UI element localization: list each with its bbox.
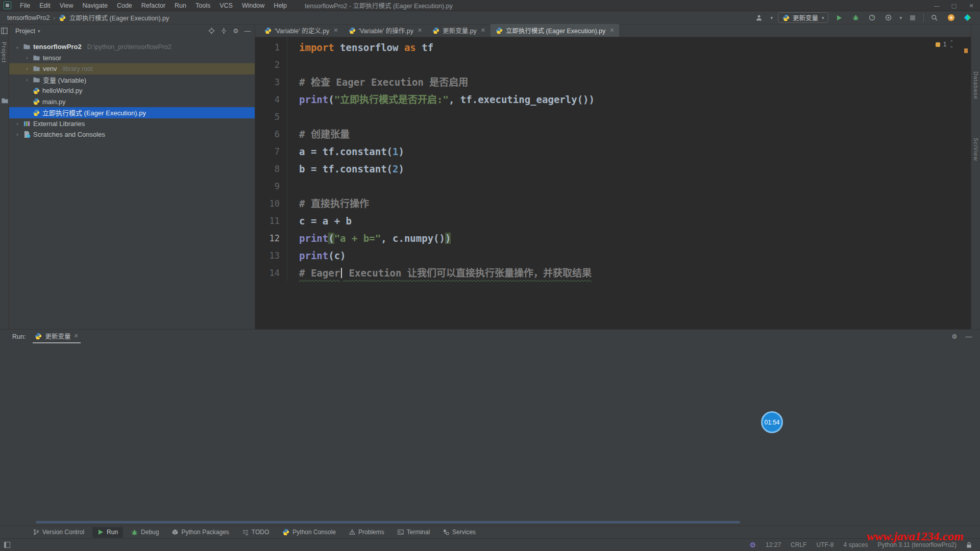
toolwindow-button-python-packages[interactable]: Python Packages (167, 527, 234, 538)
code-text[interactable]: c = a + b (299, 212, 352, 230)
code-line-6[interactable]: 6# 创建张量 (255, 126, 971, 143)
indent-setting[interactable]: 4 spaces (843, 541, 868, 548)
tree-expand-icon[interactable]: › (14, 132, 20, 137)
tab-close-icon[interactable]: ✕ (481, 27, 485, 34)
tree-item[interactable]: ›Scratches and Consoles (9, 129, 255, 140)
line-number[interactable]: 7 (255, 143, 280, 160)
line-number[interactable]: 1 (255, 39, 280, 56)
editor-tab-4[interactable]: 立即执行模式 (Eager Execution).py✕ (491, 24, 619, 37)
ide-logo-icon[interactable] (962, 13, 973, 23)
code-line-8[interactable]: 8b = tf.constant(2) (255, 160, 971, 178)
tab-close-icon[interactable]: ✕ (609, 27, 614, 34)
tree-expand-icon[interactable]: › (24, 66, 30, 71)
code-text[interactable]: import tensorflow as tf (299, 39, 433, 56)
line-number[interactable]: 12 (255, 230, 280, 247)
tree-item[interactable]: helloWorld.py (9, 85, 255, 96)
toolwindow-button-run[interactable]: Run (92, 527, 123, 538)
code-line-3[interactable]: 3# 检查 Eager Execution 是否启用 (255, 73, 971, 91)
menu-item-run[interactable]: Run (170, 2, 191, 9)
locate-file-icon[interactable] (208, 28, 215, 34)
maximize-button[interactable]: ▢ (945, 0, 963, 11)
notifications-orange-icon[interactable] (945, 13, 957, 23)
line-number[interactable]: 6 (255, 126, 280, 143)
scrollbar-warning-mark[interactable] (964, 48, 968, 53)
code-line-1[interactable]: 1import tensorflow as tf (255, 39, 971, 56)
line-number[interactable]: 10 (255, 195, 280, 212)
debug-button[interactable] (850, 13, 861, 23)
code-line-14[interactable]: 14# Eager Execution 让我们可以直接执行张量操作，并获取结果 (255, 264, 971, 282)
caret-position[interactable]: 12:27 (766, 541, 781, 548)
toolwindow-tab-sciview[interactable]: SciView (973, 138, 979, 161)
stop-button[interactable] (907, 13, 918, 23)
menu-item-view[interactable]: View (55, 2, 78, 9)
tree-expand-icon[interactable]: ⌄ (14, 44, 20, 49)
menu-item-file[interactable]: File (15, 2, 35, 9)
run-hide-icon[interactable]: — (966, 333, 972, 340)
code-editor[interactable]: 1import tensorflow as tf23# 检查 Eager Exe… (255, 37, 971, 282)
menu-item-help[interactable]: Help (269, 2, 291, 9)
plugin-status-icon[interactable]: ⚙ (750, 541, 756, 549)
run-button[interactable] (834, 13, 845, 23)
project-header-title[interactable]: Project (15, 28, 35, 35)
code-line-7[interactable]: 7a = tf.constant(1) (255, 143, 971, 160)
toolwindow-tab-project[interactable]: Project (1, 42, 7, 63)
toolwindow-button-services[interactable]: Services (438, 527, 481, 538)
tree-expand-icon[interactable]: › (14, 121, 20, 127)
tree-expand-icon[interactable]: › (24, 55, 30, 61)
next-issue-icon[interactable]: ⌄ (949, 44, 953, 48)
menu-item-edit[interactable]: Edit (35, 2, 55, 9)
toolwindow-tab-database[interactable]: Database (973, 71, 979, 99)
toolwindow-button-debug[interactable]: Debug (126, 527, 164, 538)
code-text[interactable]: # 创建张量 (299, 126, 350, 143)
project-header-caret-icon[interactable]: ▾ (38, 29, 40, 34)
menu-item-refactor[interactable]: Refactor (137, 2, 170, 9)
code-line-10[interactable]: 10# 直接执行操作 (255, 195, 971, 212)
line-number[interactable]: 9 (255, 178, 280, 195)
toolwindow-button-problems[interactable]: Problems (344, 527, 389, 538)
editor-tab-3[interactable]: 更新变量.py✕ (427, 24, 491, 37)
tree-item[interactable]: ›tensor (9, 53, 255, 64)
code-line-4[interactable]: 4print("立即执行模式是否开启:", tf.executing_eager… (255, 91, 971, 108)
vcs-user-icon[interactable] (753, 13, 765, 23)
tree-item[interactable]: ⌄tensorflowPro2D:\python_pro\tensorflowP… (9, 41, 255, 53)
code-line-12[interactable]: 12print("a + b=", c.numpy()) (255, 230, 971, 247)
run-console-tab[interactable]: 更新变量 ✕ (33, 330, 80, 343)
menu-item-navigate[interactable]: Navigate (78, 2, 112, 9)
tab-close-icon[interactable]: ✕ (418, 27, 422, 34)
code-line-2[interactable]: 2 (255, 56, 971, 73)
toolwindow-button-version-control[interactable]: Version Control (28, 527, 89, 538)
minimize-button[interactable]: — (928, 0, 945, 11)
breadcrumb-project[interactable]: tensorflowPro2 (7, 14, 50, 21)
inspection-widget[interactable]: 1 ⌃⌄ (936, 41, 953, 48)
toolwindow-toggle-icon[interactable] (4, 542, 10, 548)
editor-tab-2[interactable]: 'Variable' 的操作.py✕ (344, 24, 428, 37)
line-number[interactable]: 8 (255, 160, 280, 178)
tree-item[interactable]: ›External Libraries (9, 118, 255, 130)
code-line-9[interactable]: 9 (255, 178, 971, 195)
line-number[interactable]: 2 (255, 56, 280, 73)
profile-button[interactable] (866, 13, 877, 23)
code-text[interactable]: # 直接执行操作 (299, 195, 369, 212)
line-number[interactable]: 13 (255, 247, 280, 264)
line-number[interactable]: 14 (255, 264, 280, 282)
code-line-13[interactable]: 13print(c) (255, 247, 971, 264)
run-tab-close-icon[interactable]: ✕ (74, 333, 78, 339)
collapse-all-icon[interactable] (220, 28, 227, 34)
readonly-lock-icon[interactable] (966, 542, 972, 548)
code-text[interactable]: print("立即执行模式是否开启:", tf.executing_eagerl… (299, 91, 595, 108)
window-layout-icon[interactable] (1, 28, 8, 34)
code-text[interactable]: print("a + b=", c.numpy()) (299, 230, 451, 247)
file-encoding[interactable]: UTF-8 (816, 541, 834, 548)
menu-item-code[interactable]: Code (112, 2, 137, 9)
menu-item-window[interactable]: Window (237, 2, 269, 9)
coverage-button[interactable] (883, 13, 894, 23)
line-separator[interactable]: CRLF (791, 541, 806, 548)
menu-item-tools[interactable]: Tools (191, 2, 215, 9)
run-settings-gear-icon[interactable]: ⚙ (951, 333, 957, 340)
toolwindow-button-python-console[interactable]: Python Console (277, 527, 341, 538)
line-number[interactable]: 4 (255, 91, 280, 108)
code-text[interactable]: # 检查 Eager Execution 是否启用 (299, 73, 468, 91)
console-horizontal-scrollbar[interactable] (36, 521, 740, 523)
more-run-actions-icon[interactable]: ▾ (899, 15, 902, 20)
project-folder-icon[interactable] (1, 97, 9, 105)
